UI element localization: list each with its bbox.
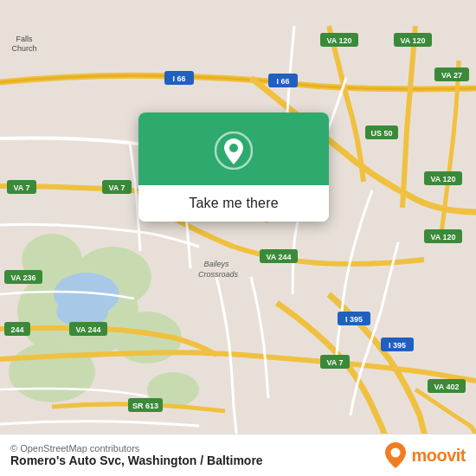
svg-text:VA 27: VA 27: [441, 71, 462, 80]
bottom-bar: © OpenStreetMap contributors Romero's Au…: [0, 434, 476, 476]
svg-text:VA 7: VA 7: [13, 183, 29, 192]
svg-text:VA 7: VA 7: [326, 358, 343, 367]
svg-point-5: [9, 342, 95, 402]
svg-point-53: [391, 448, 401, 458]
svg-text:VA 244: VA 244: [75, 325, 100, 334]
svg-text:Falls: Falls: [16, 35, 33, 43]
bottom-bar-left: © OpenStreetMap contributors Romero's Au…: [10, 443, 263, 467]
location-pin-icon: [215, 132, 253, 170]
svg-text:VA 120: VA 120: [430, 175, 455, 183]
svg-text:Crossroads: Crossroads: [198, 270, 239, 279]
svg-text:VA 120: VA 120: [326, 36, 351, 45]
svg-text:I 395: I 395: [389, 341, 406, 350]
copyright-text: © OpenStreetMap contributors: [10, 443, 263, 453]
take-me-there-button[interactable]: Take me there: [138, 185, 329, 222]
svg-point-52: [229, 144, 238, 152]
svg-text:SR 613: SR 613: [132, 402, 158, 410]
map-svg: I 66 I 66 VA 120 VA 120 VA 120 VA 120 VA…: [0, 0, 476, 476]
svg-text:VA 236: VA 236: [10, 273, 35, 282]
moovit-logo: moovit: [383, 441, 466, 469]
moovit-text: moovit: [411, 446, 466, 466]
svg-text:Church: Church: [11, 44, 36, 53]
svg-text:244: 244: [10, 325, 23, 334]
moovit-pin-icon: [383, 441, 408, 469]
svg-text:I 66: I 66: [172, 74, 185, 83]
popup-green-area: [138, 113, 329, 185]
svg-text:I 66: I 66: [276, 77, 289, 86]
svg-text:VA 402: VA 402: [434, 383, 459, 391]
popup-card: Take me there: [138, 113, 329, 222]
svg-text:VA 120: VA 120: [430, 233, 455, 241]
svg-text:VA 120: VA 120: [400, 36, 425, 45]
svg-text:Baileys: Baileys: [203, 260, 229, 268]
svg-text:I 395: I 395: [345, 315, 363, 324]
svg-text:VA 7: VA 7: [108, 183, 125, 192]
svg-text:VA 244: VA 244: [266, 253, 291, 261]
business-name: Romero's Auto Svc, Washington / Baltimor…: [10, 453, 263, 467]
map-container: I 66 I 66 VA 120 VA 120 VA 120 VA 120 VA…: [0, 0, 476, 476]
svg-text:US 50: US 50: [370, 129, 392, 138]
